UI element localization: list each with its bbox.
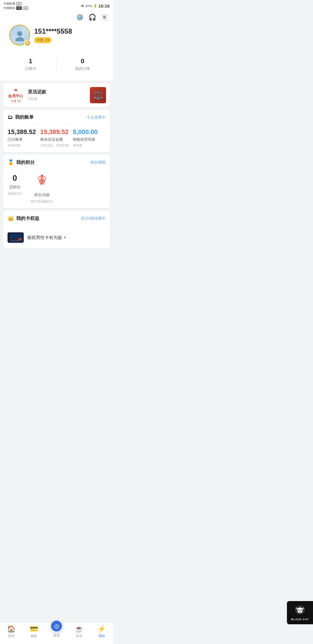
svg-point-3 — [41, 181, 43, 182]
points-title-text: 我的积分 — [16, 160, 35, 166]
svg-point-7 — [19, 238, 22, 241]
news-logo-sub: 卡星 19 — [11, 99, 21, 103]
loan-amount: 5,000.00 — [73, 128, 105, 136]
remaining-label: 剩余应还金额 — [40, 137, 73, 142]
bill-remaining[interactable]: 15,389.52 剩余应还金额 立即还款，实时到账 — [40, 128, 73, 148]
news-logo: ❧ 会员中心 卡星 19 — [7, 87, 24, 103]
points-title: 🏅 我的积分 — [8, 159, 35, 166]
profile-level: 卡星: 19 — [34, 37, 52, 43]
loan-sub: 享特惠 — [73, 143, 105, 148]
benefits-title: 👑 我的卡权益 — [8, 215, 39, 222]
benefits-divider — [8, 225, 105, 225]
points-park-icon — [35, 173, 49, 191]
benefits-section-header: 👑 我的卡权益 共计3张信用卡 — [8, 215, 105, 222]
benefits-link[interactable]: 共计3张信用卡 — [81, 216, 105, 221]
news-thumbnail: ⚖️ — [90, 87, 106, 103]
battery-level: 97% — [86, 4, 92, 8]
remaining-amount: 15,389.52 — [40, 128, 73, 136]
news-logo-text: 会员中心 — [8, 93, 23, 99]
points-park-item[interactable]: 积分乐园 福气满满赢好礼 — [31, 173, 53, 204]
stat-orders[interactable]: 0 我的订单 — [57, 57, 109, 71]
avatar-container[interactable] — [9, 25, 30, 46]
card-name: 银联男性卡有为版 ▼ — [27, 235, 67, 240]
sign-button[interactable]: 签 — [101, 14, 108, 21]
news-thumb-icon: ⚖️ — [93, 91, 103, 100]
settings-icon[interactable]: ⚙️ — [76, 14, 84, 21]
bound-cards-label: 已绑卡 — [25, 66, 36, 71]
battery-icon: 🔋 — [93, 4, 97, 8]
bill-divider — [8, 124, 105, 124]
svg-point-0 — [17, 31, 22, 36]
total-points-item[interactable]: 0 总积分 奖励积分0 — [8, 173, 22, 196]
service-icon[interactable]: 🎧 — [88, 14, 96, 21]
bill-row: 15,389.52 已出账单 分期特惠 15,389.52 剩余应还金额 立即还… — [8, 128, 105, 148]
total-points-number: 0 — [12, 173, 17, 183]
points-icon: 🏅 — [8, 159, 14, 166]
stat-bound-cards[interactable]: 1 已绑卡 — [5, 57, 57, 71]
profile-section: 151****5558 卡星: 19 — [5, 25, 108, 50]
bill-section: 🗂 我的账单 个人信用卡 15,389.52 已出账单 分期特惠 15,389.… — [3, 110, 110, 152]
clock: 15:16 — [99, 3, 110, 8]
svg-text:UnionPay: UnionPay — [10, 239, 19, 242]
settled-amount: 15,389.52 — [8, 128, 40, 136]
bill-title-text: 我的账单 — [15, 114, 34, 120]
card-thumbnail: UnionPay — [8, 232, 24, 243]
points-row: 0 总积分 奖励积分0 积分乐园 福气满满赢好 — [8, 173, 105, 204]
carrier1-label: 中国联通 — [3, 2, 15, 6]
card-dropdown-arrow[interactable]: ▼ — [63, 236, 67, 240]
points-link[interactable]: 积分明细 — [90, 160, 105, 165]
status-bar: 中国联通 3G 中国移动 HD 4G 👁 97% 🔋 15:16 — [0, 0, 113, 11]
benefits-icon: 👑 — [8, 215, 14, 222]
benefits-title-text: 我的卡权益 — [16, 216, 39, 222]
svg-point-1 — [15, 37, 24, 41]
remaining-sub: 立即还款，实时到账 — [40, 143, 73, 148]
bill-title: 🗂 我的账单 — [8, 114, 34, 120]
svg-rect-5 — [9, 235, 22, 237]
news-content: 灵活还款 5天前 — [28, 89, 86, 102]
network1-badge: 3G — [16, 2, 21, 6]
points-section: 🏅 我的积分 积分明细 0 总积分 奖励积分0 — [3, 155, 110, 208]
stats-row: 1 已绑卡 0 我的订单 — [5, 53, 108, 76]
card-benefit-row[interactable]: UnionPay 银联男性卡有为版 ▼ — [8, 229, 105, 244]
carrier-info: 中国联通 3G 中国移动 HD 4G — [3, 2, 28, 10]
bill-settled[interactable]: 15,389.52 已出账单 分期特惠 — [8, 128, 40, 148]
carrier2-label: 中国移动 — [3, 6, 15, 10]
settled-label: 已出账单 — [8, 137, 40, 142]
bill-link[interactable]: 个人信用卡 — [87, 115, 105, 120]
orders-number: 0 — [81, 57, 84, 65]
profile-info: 151****5558 卡星: 19 — [34, 27, 104, 43]
orders-label: 我的订单 — [75, 66, 90, 71]
avatar-badge — [24, 40, 31, 46]
news-time: 5天前 — [28, 96, 86, 102]
points-divider — [8, 169, 105, 169]
benefits-section: 👑 我的卡权益 共计3张信用卡 UnionPay 银联男性卡有为版 ▼ — [3, 211, 110, 249]
points-park-sub: 福气满满赢好礼 — [31, 199, 53, 204]
news-title: 灵活还款 — [28, 89, 86, 95]
loan-label: 智能借贷管家 — [73, 137, 105, 142]
bill-loan[interactable]: 5,000.00 智能借贷管家 享特惠 — [73, 128, 105, 148]
news-card[interactable]: ❧ 会员中心 卡星 19 灵活还款 5天前 ⚖️ — [3, 83, 110, 107]
settled-sub: 分期特惠 — [8, 143, 40, 148]
network3-badge: 4G — [23, 6, 28, 10]
network2-badge: HD — [16, 6, 22, 10]
bill-icon: 🗂 — [8, 114, 13, 120]
points-section-header: 🏅 我的积分 积分明细 — [8, 159, 105, 166]
profile-phone: 151****5558 — [34, 27, 104, 35]
bound-cards-number: 1 — [29, 57, 32, 65]
status-right: 👁 97% 🔋 15:16 — [81, 3, 110, 8]
points-park-label: 积分乐园 — [34, 192, 50, 198]
header-icon-row: ⚙️ 🎧 签 — [5, 14, 108, 21]
total-points-label: 总积分 — [9, 184, 21, 190]
bill-section-header: 🗂 我的账单 个人信用卡 — [8, 114, 105, 120]
total-points-sub: 奖励积分0 — [8, 191, 22, 196]
header: ⚙️ 🎧 签 151****5558 卡星: 19 — [0, 11, 113, 81]
eye-icon: 👁 — [81, 4, 85, 8]
